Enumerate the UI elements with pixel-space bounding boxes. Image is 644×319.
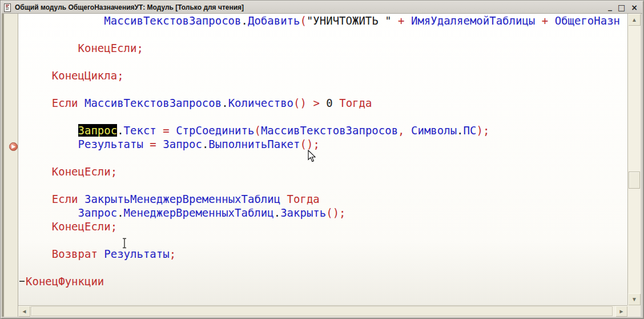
code-token: ; [111,165,117,178]
code-token: . [117,206,123,219]
code-token: = [150,138,156,150]
code-token [143,138,150,150]
mouse-cursor-icon [308,150,317,163]
arrow-up-icon: ▲ [631,17,637,23]
code-token: МассивТекстовЗапросов [104,14,241,27]
code-line[interactable] [18,178,627,192]
vertical-scrollbar[interactable]: ▲ ▼ [627,14,641,305]
fold-marker[interactable] [19,281,25,282]
code-line[interactable] [18,151,627,165]
code-line[interactable] [18,110,627,123]
code-token [333,97,339,109]
close-button[interactable]: × [631,3,638,11]
code-line[interactable]: Запрос.МенеджерВременныхТаблиц.Закрыть()… [18,206,627,220]
code-token: Добавить [248,14,300,27]
code-line[interactable]: КонецЕсли; [18,220,627,233]
arrow-right-icon: ► [619,308,625,314]
code-line[interactable]: КонецЦикла; [18,69,627,82]
code-token: СтрСоединить [176,124,254,137]
code-line[interactable] [18,233,627,247]
code-token: Возврат [52,248,98,260]
arrow-left-icon: ◄ [22,308,27,314]
code-token [405,124,411,137]
code-token [78,97,84,109]
code-line[interactable]: Если МассивТекстовЗапросов.Количество() … [18,96,627,110]
code-token [320,97,326,109]
scrollbar-corner [627,305,641,317]
code-token: ; [117,69,123,82]
code-token: КонецЕсли [52,165,111,178]
code-token: . [202,138,208,150]
code-token: (); [300,138,320,150]
code-line[interactable] [18,55,627,69]
code-token [280,193,287,205]
code-token: Если [52,97,78,109]
code-token: 0 [326,97,332,109]
marker-arrow-icon: ▶ [12,144,16,149]
code-token [98,248,104,260]
module-editor-window: Общий модуль ОбщегоНазначенияУТ: Модуль … [0,0,644,319]
code-token: Количество [228,97,293,109]
code-token [170,124,176,137]
arrow-down-icon: ▼ [631,296,637,302]
code-token: МассивТекстовЗапросов [261,124,398,137]
scroll-right-button[interactable]: ► [615,306,627,317]
code-token [156,124,163,137]
code-token: = [163,124,169,137]
code-lines: МассивТекстовЗапросов.Добавить("УНИЧТОЖИ… [18,14,627,288]
code-editor[interactable]: МассивТекстовЗапросов.Добавить("УНИЧТОЖИ… [18,14,627,305]
code-token: + [535,14,554,27]
code-line[interactable]: Результаты = Запрос.ВыполнитьПакет(); [18,137,627,151]
code-token: . [117,124,123,137]
code-token: Результаты [104,248,169,260]
code-line[interactable] [18,82,627,96]
code-token: (); [326,206,345,219]
code-token: МассивТекстовЗапросов [84,97,222,109]
code-token: . [457,124,463,137]
window-controls: _ □ × [608,3,642,11]
code-token: Результаты [78,138,143,150]
code-token: "УНИЧТОЖИТЬ " [307,14,392,27]
code-line[interactable]: Возврат Результаты; [18,247,627,261]
code-token [156,138,163,150]
code-token: ВыполнитьПакет [208,138,300,150]
code-token: ПС [464,124,477,137]
code-line[interactable]: КонецФункции [18,274,627,288]
code-token: () [293,97,307,109]
code-line[interactable]: МассивТекстовЗапросов.Добавить("УНИЧТОЖИ… [18,14,627,27]
code-token: Если [52,193,78,205]
code-token: КонецЕсли [52,220,111,233]
maximize-button[interactable]: □ [618,3,625,11]
current-line-marker-icon: ▶ [9,142,18,151]
code-line[interactable]: Если ЗакрытьМенеджерВременныхТаблиц Тогд… [18,192,627,206]
code-token: Тогда [339,97,372,109]
code-token [307,97,313,109]
scroll-up-button[interactable]: ▲ [628,14,641,26]
code-token: , [398,124,404,137]
code-line[interactable]: КонецЕсли; [18,165,627,178]
code-token: Текст [124,124,156,137]
code-token: ЗакрытьМенеджерВременныхТаблиц [84,193,280,205]
code-line[interactable]: КонецЕсли; [18,41,627,55]
horizontal-scroll-thumb[interactable] [31,306,613,316]
code-token: Символы [411,124,457,137]
code-token: . [274,206,280,219]
code-token: ИмяУдаляемойТаблицы [411,14,535,27]
scroll-down-button[interactable]: ▼ [628,293,641,305]
title-bar[interactable]: Общий модуль ОбщегоНазначенияУТ: Модуль … [2,2,642,14]
code-token: . [222,97,228,109]
horizontal-scrollbar[interactable]: ◄ ► [18,305,627,317]
code-line[interactable] [18,27,627,41]
code-token: ; [170,248,176,260]
code-line[interactable] [18,261,627,274]
code-token: Запрос [78,206,118,219]
scroll-left-button[interactable]: ◄ [18,306,30,317]
window-title: Общий модуль ОбщегоНазначенияУТ: Модуль … [15,3,244,11]
code-token: ОбщегоНазн [555,14,620,27]
code-line[interactable]: Запрос.Текст = СтрСоединить(МассивТексто… [18,123,627,137]
code-token: Тогда [287,193,320,205]
code-token: ( [254,124,260,137]
minimize-button[interactable]: _ [608,2,612,10]
vertical-scroll-thumb[interactable] [629,172,640,189]
selected-word-highlight: Запрос [78,124,118,137]
